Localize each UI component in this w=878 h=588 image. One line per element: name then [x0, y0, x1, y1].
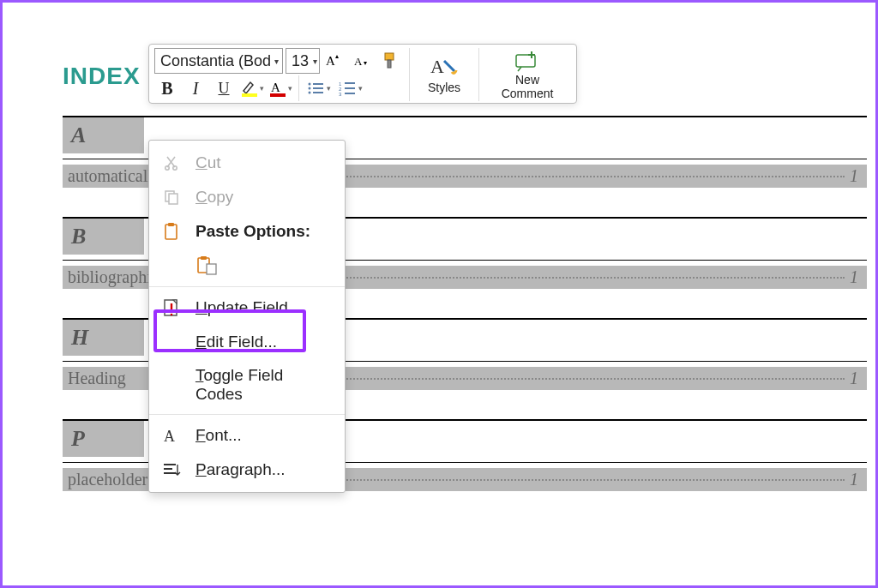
font-color-button[interactable]: A ▾	[268, 75, 293, 101]
index-letter: B	[63, 219, 144, 255]
menu-cut-label: ut	[207, 153, 221, 171]
svg-rect-6	[242, 93, 257, 97]
svg-rect-28	[168, 223, 174, 226]
svg-rect-37	[164, 472, 176, 474]
font-size-value: 13	[292, 52, 309, 70]
menu-item-paragraph[interactable]: Paragraph...	[149, 453, 345, 487]
separator	[478, 48, 479, 101]
svg-point-24	[173, 166, 177, 170]
format-painter-button[interactable]	[379, 48, 405, 74]
copy-icon	[159, 187, 183, 207]
chevron-down-icon: ▾	[260, 84, 264, 93]
shrink-font-button[interactable]: A▾	[351, 48, 376, 74]
cut-icon	[159, 153, 183, 173]
paragraph-icon	[159, 459, 183, 480]
svg-text:A: A	[164, 428, 175, 444]
chevron-down-icon: ▾	[288, 84, 292, 93]
font-name-value: Constantia (Bod	[160, 52, 271, 70]
underline-button[interactable]: U	[211, 75, 237, 101]
svg-point-13	[309, 92, 311, 94]
svg-point-11	[309, 87, 311, 90]
svg-rect-14	[313, 92, 323, 93]
menu-cut-accel: C	[195, 153, 207, 171]
chevron-down-icon: ▾	[274, 57, 279, 66]
svg-rect-16	[345, 82, 355, 84]
styles-label: Styles	[428, 81, 460, 93]
update-field-icon	[159, 297, 183, 318]
mini-toolbar: Constantia (Bod ▾ 13 ▾ A▴ A▾ B I U	[148, 44, 577, 104]
separator	[298, 75, 299, 101]
svg-point-9	[309, 83, 311, 86]
menu-item-paste-options: Paste Options:	[149, 214, 345, 249]
svg-rect-5	[388, 60, 391, 68]
chevron-down-icon: ▾	[313, 57, 317, 66]
menu-separator	[149, 414, 345, 415]
menu-item-update-field[interactable]: Update Field	[149, 291, 345, 325]
index-letter: P	[63, 421, 144, 457]
index-entry-page: 1	[850, 267, 858, 287]
svg-text:▾: ▾	[364, 59, 367, 67]
index-entry-page: 1	[850, 166, 858, 186]
svg-text:A: A	[354, 55, 363, 68]
chevron-down-icon: ▾	[327, 84, 331, 93]
index-letter: A	[63, 117, 144, 153]
toggle-field-codes-icon	[159, 375, 183, 395]
svg-rect-8	[270, 93, 286, 97]
numbered-list-button[interactable]: 123 ▾	[336, 75, 365, 101]
svg-rect-31	[207, 264, 216, 274]
font-size-select[interactable]: 13 ▾	[286, 48, 320, 74]
index-letter: H	[63, 320, 144, 356]
svg-rect-35	[164, 464, 176, 465]
menu-separator	[149, 286, 345, 287]
svg-text:A: A	[271, 81, 280, 94]
new-comment-button[interactable]: New Comment	[487, 48, 568, 101]
svg-text:A: A	[430, 56, 444, 77]
new-comment-icon	[513, 50, 542, 72]
svg-rect-10	[313, 83, 323, 85]
chevron-down-icon: ▾	[358, 84, 363, 93]
svg-point-33	[171, 314, 173, 316]
svg-rect-12	[313, 87, 323, 89]
bullet-list-button[interactable]: ▾	[304, 75, 334, 101]
svg-point-23	[165, 166, 169, 170]
svg-rect-18	[345, 87, 355, 89]
bold-button[interactable]: B	[154, 75, 180, 101]
svg-rect-26	[169, 194, 177, 204]
clipboard-icon	[159, 221, 183, 242]
svg-rect-4	[385, 53, 394, 60]
grow-font-button[interactable]: A▴	[322, 48, 348, 74]
italic-button[interactable]: I	[183, 75, 208, 101]
styles-icon: A	[430, 56, 458, 80]
new-comment-label-1: New	[515, 74, 539, 86]
styles-button[interactable]: A Styles	[418, 48, 471, 101]
svg-rect-36	[164, 468, 172, 470]
menu-item-cut[interactable]: Cut	[149, 146, 345, 180]
paste-keep-source-icon	[195, 255, 220, 276]
svg-text:▴: ▴	[335, 53, 339, 60]
menu-item-font[interactable]: A Font...	[149, 418, 345, 453]
menu-item-toggle-field-codes[interactable]: Toggle Field Codes	[149, 359, 345, 411]
svg-rect-30	[201, 256, 207, 260]
font-name-select[interactable]: Constantia (Bod ▾	[154, 48, 283, 74]
svg-text:A: A	[326, 54, 335, 68]
new-comment-label-2: Comment	[502, 87, 554, 99]
svg-rect-27	[165, 225, 177, 239]
highlight-color-button[interactable]: ▾	[239, 75, 265, 101]
context-menu: Cut Copy Paste Options: Update Field Edi…	[148, 140, 346, 493]
index-entry-page: 1	[850, 470, 858, 489]
menu-item-paste-keep-source[interactable]	[149, 249, 345, 283]
font-icon: A	[159, 425, 183, 446]
separator	[409, 48, 410, 101]
edit-field-icon	[159, 332, 183, 352]
menu-item-copy[interactable]: Copy	[149, 180, 345, 214]
index-entry-page: 1	[850, 369, 858, 388]
svg-text:3: 3	[339, 92, 342, 96]
menu-paste-options-label: Paste Options:	[195, 222, 310, 241]
menu-item-edit-field[interactable]: Edit Field...	[149, 325, 345, 359]
svg-rect-20	[345, 93, 355, 94]
